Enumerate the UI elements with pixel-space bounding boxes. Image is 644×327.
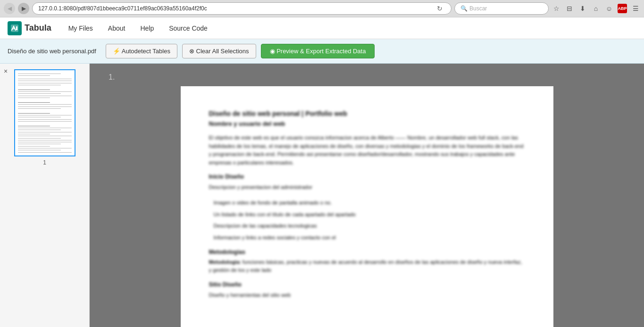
reload-button[interactable]: ↻	[434, 3, 445, 14]
nav-help[interactable]: Help	[133, 19, 161, 38]
reader-icon[interactable]: ⊟	[565, 4, 574, 13]
nav-about[interactable]: About	[100, 19, 133, 38]
nav-links: My Files About Help Source Code	[61, 19, 215, 38]
page-thumbnail-container: ×	[0, 64, 89, 172]
app-logo: Tabula	[8, 21, 51, 35]
browser-chrome: ◀ ▶ 127.0.0.1:8080/pdf/807d1bbeeca9c0711…	[0, 0, 644, 17]
page-number: 1	[43, 159, 46, 166]
pdf-section2-header: Metodologias	[209, 249, 525, 255]
pdf-section1-header: Inicio Diseño	[209, 173, 525, 180]
menu-icon[interactable]: ☰	[631, 4, 640, 13]
main-area: ×	[0, 64, 644, 327]
clear-selections-button[interactable]: ⊗ Clear All Selections	[182, 44, 256, 58]
home-icon[interactable]: ⌂	[591, 4, 601, 13]
nav-source-code[interactable]: Source Code	[161, 19, 215, 38]
pdf-section3-header: Sitio Diseño	[209, 281, 525, 288]
pdf-section1-item3: Descripcion de las capacidades tecnologi…	[209, 221, 525, 230]
pdf-page: Diseño de sitio web personal | Portfolio…	[181, 86, 553, 327]
toolbar: Diseño de sitio web personal.pdf ⚡ Autod…	[0, 39, 644, 64]
file-name: Diseño de sitio web personal.pdf	[8, 48, 96, 55]
svg-rect-1	[16, 26, 17, 30]
back-button[interactable]: ◀	[4, 3, 15, 14]
pdf-content: Diseño de sitio web personal | Portfolio…	[209, 110, 525, 300]
nav-my-files[interactable]: My Files	[61, 19, 100, 38]
autodetect-button[interactable]: ⚡ Autodetect Tables	[106, 44, 177, 58]
profile-icon[interactable]: ☺	[604, 4, 614, 13]
preview-export-button[interactable]: ◉ Preview & Export Extracted Data	[261, 44, 375, 58]
page-thumbnail[interactable]	[14, 69, 75, 156]
pdf-subtitle: Nombre y usuario del web	[209, 120, 525, 127]
url-text: 127.0.0.1:8080/pdf/807d1bbeeca9c0711ef89…	[38, 5, 434, 12]
bookmark-icon[interactable]: ☆	[552, 4, 561, 13]
pdf-section1-text1: Descripcion y presentacion del administr…	[209, 183, 525, 192]
search-placeholder: Buscar	[469, 5, 487, 12]
app-title: Tabula	[25, 23, 51, 33]
app-navbar: Tabula My Files About Help Source Code	[0, 17, 644, 39]
download-icon[interactable]: ⬇	[578, 4, 587, 13]
pdf-section1-item2: Un listado de links con el título de cad…	[209, 210, 525, 219]
adblock-icon[interactable]: ABP	[618, 4, 627, 13]
pdf-title: Diseño de sitio web personal | Portfolio…	[209, 110, 525, 117]
search-icon: 🔍	[460, 5, 468, 12]
pdf-section1-item4: Informacion y links a redes sociales y c…	[209, 233, 525, 242]
pdf-section1-item1: Imagen o video de fondo de pantalla anim…	[209, 198, 525, 207]
pdf-section2-text: Metodología: funciones básicas, practica…	[209, 258, 525, 275]
pdf-section2-text2: este lado	[251, 267, 272, 273]
address-bar[interactable]: 127.0.0.1:8080/pdf/807d1bbeeca9c0711ef89…	[32, 2, 452, 15]
pdf-viewer[interactable]: 1. Diseño de sitio web personal | Portfo…	[90, 64, 644, 327]
sidebar: ×	[0, 64, 90, 327]
close-thumbnail-button[interactable]: ×	[4, 67, 8, 75]
pdf-section2-bold: Metodología:	[209, 259, 241, 265]
page-indicator: 1.	[109, 73, 625, 82]
browser-icons: ☆ ⊟ ⬇ ⌂ ☺ ABP ☰	[552, 4, 640, 13]
browser-toolbar: ◀ ▶ 127.0.0.1:8080/pdf/807d1bbeeca9c0711…	[0, 0, 644, 17]
pdf-body-text: El objetivo de este web es que el usuari…	[209, 134, 525, 167]
pdf-section3-text1: Diseño y herramientas del sitio web	[209, 291, 525, 300]
search-bar[interactable]: 🔍 Buscar	[454, 2, 549, 15]
forward-button[interactable]: ▶	[18, 3, 29, 14]
logo-icon	[8, 21, 22, 35]
